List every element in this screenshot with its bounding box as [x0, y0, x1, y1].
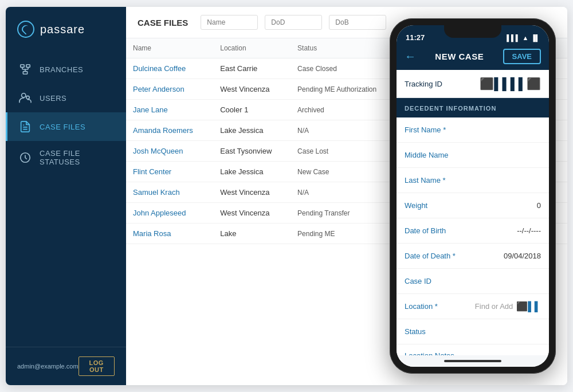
cell-location: West Vincenza: [213, 203, 291, 224]
wifi-icon: ▲: [523, 34, 529, 41]
cell-status: Case Closed: [291, 58, 401, 79]
signal-icon: ▌▌▌: [507, 34, 520, 41]
field-location[interactable]: Location * Find or Add ⬛▌▌: [397, 294, 549, 319]
cell-status: Pending ME: [291, 224, 401, 244]
cell-status: Pending ME Authorization: [291, 79, 401, 100]
cell-name[interactable]: Dulcinea Coffee: [126, 58, 213, 79]
dod-filter-input[interactable]: [265, 15, 322, 30]
col-name: Name: [126, 38, 213, 58]
phone-body: Tracking ID ⬛▌▌▌▌⬛ DECEDENT INFORMATION …: [397, 70, 549, 355]
case-id-label: Case ID: [405, 277, 431, 285]
phone-save-button[interactable]: SAVE: [503, 49, 541, 64]
phone-mockup: 11:27 ▌▌▌ ▲ ▐▌ ← NEW CASE SAVE: [390, 18, 556, 374]
phone-nav-bar: ← NEW CASE SAVE: [397, 45, 549, 70]
svg-rect-1: [26, 65, 30, 68]
sidebar-item-users[interactable]: USERS: [6, 84, 126, 112]
sidebar-item-branches[interactable]: BRANCHES: [6, 55, 126, 84]
back-button[interactable]: ←: [405, 50, 416, 63]
tracking-id-row: Tracking ID ⬛▌▌▌▌⬛: [397, 70, 549, 98]
home-bar: [444, 360, 501, 362]
location-barcode-icon: ⬛▌▌: [516, 301, 541, 312]
status-label: Status: [405, 327, 426, 336]
phone-outer: 11:27 ▌▌▌ ▲ ▐▌ ← NEW CASE SAVE: [390, 18, 556, 374]
sidebar: passare BRANCHES: [6, 7, 126, 385]
cell-status: N/A: [291, 182, 401, 203]
field-case-id[interactable]: Case ID: [397, 269, 549, 294]
field-status[interactable]: Status: [397, 319, 549, 344]
svg-point-8: [26, 96, 30, 99]
branches-icon: [19, 63, 32, 76]
home-indicator: [397, 355, 549, 367]
location-value: Find or Add ⬛▌▌: [475, 301, 541, 312]
sidebar-item-users-label: USERS: [40, 94, 66, 103]
case-files-icon: [19, 120, 32, 133]
cell-name[interactable]: Jane Lane: [126, 100, 213, 120]
users-icon: [19, 92, 32, 104]
field-date-of-birth[interactable]: Date of Birth --/--/----: [397, 218, 549, 244]
battery-icon: ▐▌: [531, 34, 540, 41]
logo-icon: [17, 21, 34, 38]
phone-time: 11:27: [406, 33, 425, 42]
logo-text: passare: [40, 23, 85, 36]
decedent-section-header: DECEDENT INFORMATION: [397, 98, 549, 117]
logo: passare: [6, 7, 126, 49]
case-file-statuses-icon: [19, 151, 32, 164]
svg-rect-0: [21, 65, 24, 68]
cell-name[interactable]: Josh McQueen: [126, 141, 213, 162]
weight-value: 0: [537, 201, 541, 210]
tracking-id-label: Tracking ID: [405, 80, 442, 88]
field-first-name[interactable]: First Name *: [397, 117, 549, 143]
col-location: Location: [213, 38, 291, 58]
cell-name[interactable]: Flint Center: [126, 162, 213, 182]
dod-label: Date of Death *: [405, 252, 456, 260]
phone-notch: [444, 25, 501, 38]
cell-location: West Vincenza: [213, 182, 291, 203]
cell-location: Lake: [213, 224, 291, 244]
field-date-of-death[interactable]: Date of Death * 09/04/2018: [397, 244, 549, 269]
cell-status: Case Lost: [291, 141, 401, 162]
dob-label: Date of Birth: [405, 226, 446, 235]
decedent-section-title: DECEDENT INFORMATION: [405, 105, 496, 112]
cell-name[interactable]: Amanda Roemers: [126, 120, 213, 141]
cell-name[interactable]: Samuel Krach: [126, 182, 213, 203]
phone-screen: 11:27 ▌▌▌ ▲ ▐▌ ← NEW CASE SAVE: [397, 25, 549, 367]
cell-status: Archived: [291, 100, 401, 120]
cell-location: Lake Jessica: [213, 162, 291, 182]
cell-name[interactable]: John Appleseed: [126, 203, 213, 224]
case-files-title: CASE FILES: [138, 18, 188, 28]
location-notes-section[interactable]: Location Notes: [397, 344, 549, 355]
sidebar-item-case-files-label: CASE FILES: [40, 123, 85, 131]
sidebar-nav: BRANCHES USERS: [6, 49, 126, 347]
cell-location: Cooler 1: [213, 100, 291, 120]
tracking-barcode-icon: ⬛▌▌▌▌⬛: [480, 77, 541, 91]
name-filter-input[interactable]: [201, 15, 258, 30]
phone-status-icons: ▌▌▌ ▲ ▐▌: [507, 34, 540, 41]
sidebar-footer: admin@example.com LOG OUT: [6, 347, 126, 385]
cell-status: New Case: [291, 162, 401, 182]
sidebar-item-case-file-statuses[interactable]: CASE FILE STATUSES: [6, 141, 126, 174]
field-middle-name[interactable]: Middle Name: [397, 143, 549, 168]
location-notes-label: Location Notes: [405, 351, 541, 355]
svg-point-7: [22, 93, 26, 97]
first-name-label: First Name *: [405, 126, 446, 134]
phone-nav-title: NEW CASE: [435, 52, 484, 61]
logout-button[interactable]: LOG OUT: [79, 356, 115, 376]
cell-location: West Vincenza: [213, 79, 291, 100]
dod-value: 09/04/2018: [504, 252, 541, 260]
cell-status: Pending Transfer: [291, 203, 401, 224]
field-last-name[interactable]: Last Name *: [397, 168, 549, 193]
cell-status: N/A: [291, 120, 401, 141]
cell-name[interactable]: Peter Anderson: [126, 79, 213, 100]
sidebar-item-case-files[interactable]: CASE FILES: [6, 112, 126, 141]
middle-name-label: Middle Name: [405, 151, 449, 159]
location-label: Location *: [405, 302, 438, 311]
dob-filter-input[interactable]: [329, 15, 386, 30]
cell-name[interactable]: Maria Rosa: [126, 224, 213, 244]
cell-location: East Carrie: [213, 58, 291, 79]
cell-location: Lake Jessica: [213, 120, 291, 141]
field-weight[interactable]: Weight 0: [397, 193, 549, 218]
sidebar-item-case-file-statuses-label: CASE FILE STATUSES: [40, 149, 115, 166]
col-status: Status: [291, 38, 401, 58]
weight-label: Weight: [405, 201, 427, 210]
dob-value: --/--/----: [517, 226, 541, 235]
